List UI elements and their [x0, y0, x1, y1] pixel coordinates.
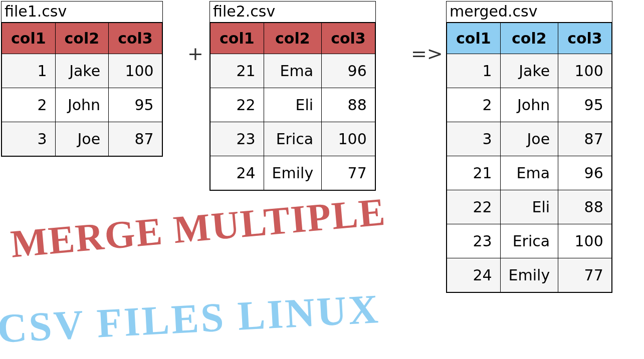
table-row: 24 Emily 77 — [447, 258, 612, 292]
table-header-row: col1 col2 col3 — [210, 23, 375, 54]
data-table: col1 col2 col3 1 Jake 100 2 John 95 3 — [2, 23, 162, 156]
plus-operator: + — [187, 43, 203, 65]
cell: 100 — [558, 54, 612, 88]
table-title: merged.csv — [447, 2, 612, 23]
table-row: 3 Joe 87 — [447, 122, 612, 156]
data-table: col1 col2 col3 1 Jake 100 2 John 95 3 — [447, 23, 612, 292]
cell: Emily — [500, 258, 558, 292]
cell: 3 — [2, 122, 56, 156]
table-row: 24 Emily 77 — [210, 156, 375, 190]
col-header: col3 — [322, 23, 375, 54]
col-header: col3 — [558, 23, 612, 54]
table-row: 21 Ema 96 — [447, 156, 612, 190]
table-file2: file2.csv col1 col2 col3 21 Ema 96 22 El… — [209, 1, 376, 191]
table-title: file2.csv — [210, 2, 375, 23]
table-file1: file1.csv col1 col2 col3 1 Jake 100 2 Jo… — [1, 1, 163, 157]
table-row: 1 Jake 100 — [447, 54, 612, 88]
cell: 77 — [322, 156, 375, 190]
cell: John — [500, 88, 558, 122]
table-header-row: col1 col2 col3 — [447, 23, 612, 54]
col-header: col1 — [447, 23, 501, 54]
col-header: col2 — [55, 23, 109, 54]
cell: 22 — [210, 88, 264, 122]
cell: 87 — [558, 122, 612, 156]
cell: Erica — [500, 224, 558, 258]
cell: Joe — [500, 122, 558, 156]
cell: Ema — [500, 156, 558, 190]
table-row: 23 Erica 100 — [447, 224, 612, 258]
col-header: col3 — [109, 23, 162, 54]
table-row: 2 John 95 — [447, 88, 612, 122]
cell: Emily — [264, 156, 322, 190]
col-header: col1 — [2, 23, 56, 54]
diagram-stage: file1.csv col1 col2 col3 1 Jake 100 2 Jo… — [0, 0, 644, 359]
cell: John — [55, 88, 109, 122]
col-header: col2 — [264, 23, 322, 54]
cell: Eli — [264, 88, 322, 122]
table-row: 2 John 95 — [2, 88, 162, 122]
cell: 23 — [447, 224, 501, 258]
table-row: 22 Eli 88 — [210, 88, 375, 122]
cell: 100 — [109, 54, 162, 88]
cell: 77 — [558, 258, 612, 292]
cell: 87 — [109, 122, 162, 156]
cell: Eli — [500, 190, 558, 224]
cell: 88 — [558, 190, 612, 224]
cell: 2 — [2, 88, 56, 122]
cell: 95 — [558, 88, 612, 122]
cell: 100 — [322, 122, 375, 156]
table-row: 1 Jake 100 — [2, 54, 162, 88]
cell: 24 — [447, 258, 501, 292]
table-row: 3 Joe 87 — [2, 122, 162, 156]
cell: Jake — [55, 54, 109, 88]
cell: 96 — [322, 54, 375, 88]
cell: Ema — [264, 54, 322, 88]
caption-line-2: CSV FILES LINUX — [0, 285, 381, 352]
arrow-operator: => — [411, 43, 443, 65]
cell: 24 — [210, 156, 264, 190]
cell: 2 — [447, 88, 501, 122]
cell: 21 — [210, 54, 264, 88]
cell: 1 — [2, 54, 56, 88]
cell: 96 — [558, 156, 612, 190]
cell: Joe — [55, 122, 109, 156]
cell: 95 — [109, 88, 162, 122]
table-merged: merged.csv col1 col2 col3 1 Jake 100 2 J… — [446, 1, 612, 293]
cell: 88 — [322, 88, 375, 122]
table-row: 21 Ema 96 — [210, 54, 375, 88]
col-header: col2 — [500, 23, 558, 54]
cell: 3 — [447, 122, 501, 156]
table-header-row: col1 col2 col3 — [2, 23, 162, 54]
data-table: col1 col2 col3 21 Ema 96 22 Eli 88 23 — [210, 23, 375, 190]
cell: 22 — [447, 190, 501, 224]
cell: 100 — [558, 224, 612, 258]
cell: 23 — [210, 122, 264, 156]
table-row: 23 Erica 100 — [210, 122, 375, 156]
cell: Erica — [264, 122, 322, 156]
cell: 1 — [447, 54, 501, 88]
cell: 21 — [447, 156, 501, 190]
table-title: file1.csv — [2, 2, 162, 23]
cell: Jake — [500, 54, 558, 88]
caption-line-1: MERGE MULTIPLE — [9, 189, 388, 266]
table-row: 22 Eli 88 — [447, 190, 612, 224]
col-header: col1 — [210, 23, 264, 54]
